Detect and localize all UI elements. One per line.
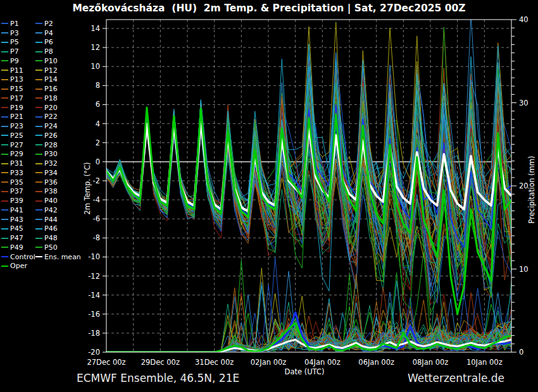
svg-text:-10: -10: [88, 252, 100, 261]
svg-text:-14: -14: [88, 291, 100, 300]
chart-stage: Mezőkovácsháza (HU) 2m Temp. & Precipita…: [0, 0, 538, 392]
data-lines: [106, 14, 511, 352]
svg-text:40: 40: [519, 15, 529, 24]
svg-text:27Dec 00z: 27Dec 00z: [87, 358, 125, 367]
svg-text:-2: -2: [93, 176, 100, 185]
svg-text:04Jan 00z: 04Jan 00z: [304, 358, 341, 367]
svg-text:10: 10: [91, 62, 100, 71]
model-info: ECMWF Ensemble, 46.5N, 21E: [77, 372, 239, 384]
svg-text:6: 6: [96, 100, 100, 109]
svg-text:4: 4: [96, 119, 100, 128]
svg-text:29Dec 00z: 29Dec 00z: [141, 358, 180, 367]
date-axis-label: Date (UTC): [285, 367, 325, 376]
svg-text:-18: -18: [88, 329, 100, 338]
ensemble-plot: 14121086420-2-4-6-8-10-12-14-16-18-20010…: [0, 0, 538, 392]
svg-text:2: 2: [96, 138, 100, 147]
svg-text:08Jan 00z: 08Jan 00z: [413, 358, 449, 367]
site-credit: Wetterzentrale.de: [408, 372, 504, 384]
svg-text:0: 0: [96, 157, 100, 166]
svg-text:-20: -20: [88, 348, 100, 357]
svg-text:31Dec 00z: 31Dec 00z: [195, 358, 234, 367]
svg-text:-4: -4: [93, 195, 100, 204]
svg-text:14: 14: [91, 24, 100, 33]
svg-text:-16: -16: [88, 310, 100, 319]
svg-text:06Jan 00z: 06Jan 00z: [358, 358, 394, 367]
svg-text:8: 8: [96, 81, 100, 90]
svg-text:-12: -12: [88, 272, 100, 281]
ensemble-member-lines: [106, 14, 511, 352]
svg-text:30: 30: [519, 99, 529, 107]
temp-axis-label: 2m Temp. (°C): [83, 162, 92, 215]
svg-text:10Jan 00z: 10Jan 00z: [466, 358, 503, 367]
svg-text:-6: -6: [93, 214, 100, 223]
precip-axis-label: Precipitation (mm): [527, 156, 536, 224]
svg-text:0: 0: [519, 348, 523, 357]
svg-text:12: 12: [91, 43, 100, 52]
svg-text:02Jan 00z: 02Jan 00z: [251, 358, 287, 367]
svg-text:-8: -8: [93, 233, 100, 242]
svg-text:10: 10: [519, 265, 529, 274]
